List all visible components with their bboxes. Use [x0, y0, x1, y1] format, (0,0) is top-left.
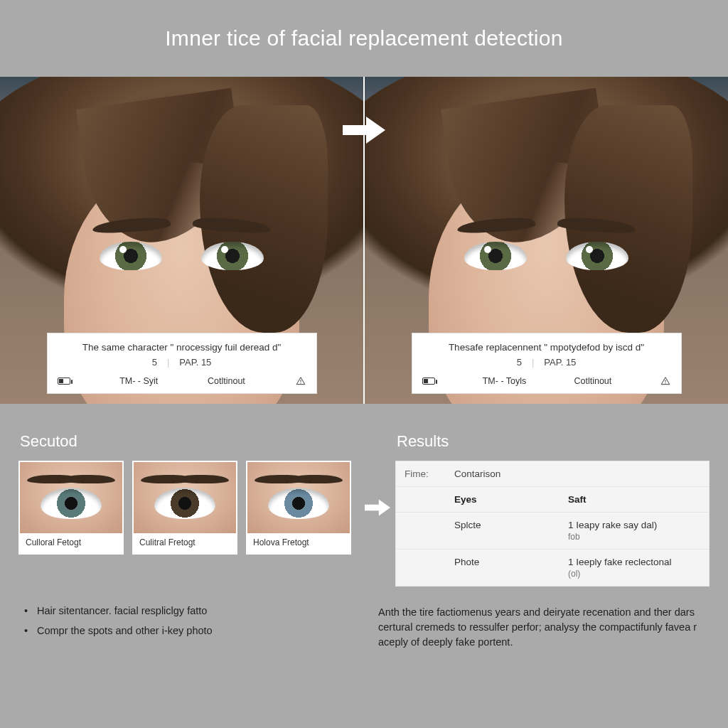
thumb-image — [134, 462, 236, 533]
svg-point-1 — [300, 382, 301, 383]
thumb-image — [20, 462, 122, 533]
bullet-item: Hair sitentancer. facial respliclgy fatt… — [24, 605, 350, 616]
secutod-title: Secutod — [18, 432, 395, 451]
info-card-left: The same character " nrocessigy fuil der… — [47, 333, 317, 394]
row-key: Splcte — [446, 513, 560, 549]
toolbar-label-a[interactable]: TM- - Toyls — [483, 376, 527, 386]
battery-icon — [422, 378, 435, 385]
toolbar-label-b[interactable]: Cotltinout — [208, 376, 245, 386]
arrow-right-icon — [360, 496, 395, 520]
thumb-image — [247, 462, 350, 533]
svg-point-3 — [665, 382, 665, 383]
table-row: Eyes Saft — [396, 487, 709, 513]
table-row: Phote 1 Ieeply fake reclectonal (ol) — [396, 550, 709, 586]
results-table: Fime: Contarison Eyes Saft Splcte 1 Ieap… — [395, 461, 710, 587]
thumb-2[interactable]: Culitral Fretogt — [132, 461, 237, 555]
header-cell-fime: Fime: — [396, 461, 446, 486]
info-caption: Thesafe replacennent " mpotydefod by isc… — [422, 342, 671, 353]
footer-paragraph: Anth the tire factiomenus years and deir… — [378, 605, 704, 650]
footer-bullets: Hair sitentancer. facial respliclgy fatt… — [24, 605, 350, 650]
footer-notes: Hair sitentancer. facial respliclgy fatt… — [0, 587, 728, 650]
warning-icon — [295, 376, 306, 386]
row-val: 1 Ieapy rake say dal) fob — [560, 513, 709, 549]
toolbar-label-a[interactable]: TM- - Syit — [119, 376, 158, 386]
meta-b: PAP. 15 — [179, 357, 211, 368]
row-val: Saft — [560, 487, 709, 512]
thumbs-row: Culloral Fetogt Culitral Fretogt Holova … — [18, 461, 395, 555]
meta-a: 5 — [152, 357, 157, 368]
table-row: Splcte 1 Ieapy rake say dal) fob — [396, 513, 709, 550]
header-cell-contarison: Contarison — [446, 461, 560, 486]
meta-b: PAP. 15 — [544, 357, 576, 368]
thumb-1[interactable]: Culloral Fetogt — [18, 461, 124, 555]
bullet-item: Compr the spots and other i-key photo — [24, 625, 350, 636]
row-key: Phote — [446, 550, 560, 586]
thumb-label: Culitral Fretogt — [134, 533, 236, 553]
results-title: Results — [395, 432, 710, 451]
row-key: Eyes — [446, 487, 560, 512]
secutod-panel: Secutod Culloral Fetogt Culitral Fretogt — [18, 432, 395, 587]
info-caption: The same character " nrocessigy fuil der… — [58, 342, 306, 353]
table-header-row: Fime: Contarison — [396, 461, 709, 487]
info-card-right: Thesafe replacennent " mpotydefod by isc… — [412, 333, 682, 394]
warning-icon — [660, 376, 671, 386]
row-val: 1 Ieeply fake reclectonal (ol) — [560, 550, 709, 586]
thumb-label: Culloral Fetogt — [20, 533, 122, 553]
thumb-label: Holova Fretogt — [247, 533, 350, 553]
comparison-row: The same character " nrocessigy fuil der… — [0, 77, 728, 404]
results-panel: Results Fime: Contarison Eyes Saft Splct… — [395, 432, 710, 587]
meta-divider: | — [167, 357, 169, 368]
face-left-pane: The same character " nrocessigy fuil der… — [0, 77, 363, 404]
meta-a: 5 — [517, 357, 522, 368]
face-right-pane: Thesafe replacennent " mpotydefod by isc… — [363, 77, 728, 404]
battery-icon — [58, 378, 70, 385]
meta-divider: | — [532, 357, 534, 368]
arrow-right-icon — [339, 112, 389, 148]
toolbar-label-b[interactable]: Cotltinout — [574, 376, 611, 386]
page-title: Imner tice of facial replacement detecti… — [165, 26, 563, 50]
thumb-3[interactable]: Holova Fretogt — [246, 461, 351, 555]
